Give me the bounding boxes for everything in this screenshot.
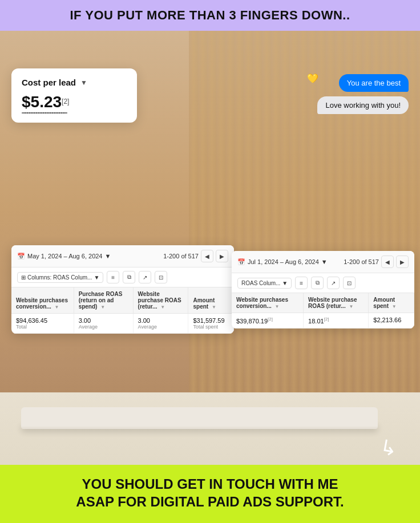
columns-icon: ⊞	[21, 274, 26, 281]
top-banner: IF YOU PUT MORE THAN 3 FINGERS DOWN..	[0, 0, 420, 31]
right-cell-2: 18.01[2]	[304, 313, 369, 329]
columns-button[interactable]: ⊞ Columns: ROAS Colum... ▼	[17, 272, 103, 283]
chevron-down-icon[interactable]: ▼	[80, 79, 87, 87]
left-data-table: Website purchases conversion... ▼ Purcha…	[11, 287, 234, 334]
left-cell-2: 3.00 Average	[74, 314, 133, 334]
left-col-header-2: Purchase ROAS (return on ad spend) ▼	[74, 287, 133, 314]
left-col-header-3: Website purchase ROAS (retur... ▼	[133, 287, 188, 314]
right-cell-1: $39,870.19[2]	[232, 313, 304, 329]
left-table-toolbar: 📅 May 1, 2024 – Aug 6, 2024 ▼ 1-200 of 5…	[11, 245, 234, 267]
table-row: $94,636.45 Total 3.00 Average 3.00 Avera…	[11, 314, 234, 334]
sort-icon-2: ▼	[100, 305, 105, 310]
right-next-button[interactable]: ▶	[396, 256, 409, 268]
right-cell-1-sup: [2]	[268, 317, 273, 322]
right-data-table: Website purchases conversion... ▼ Websit…	[232, 293, 414, 329]
right-table-row: $39,870.19[2] 18.01[2] $2,213.66	[232, 313, 414, 329]
chat-bubble-right: You are the best	[339, 74, 409, 92]
bottom-banner-text: YOU SHOULD GET IN TOUCH WITH ME ASAP FOR…	[11, 475, 409, 510]
right-cell-3: $2,213.66	[369, 313, 414, 329]
right-copy-btn[interactable]: ⧉	[311, 277, 324, 289]
cost-card-value-row: $5.23[2]	[22, 93, 127, 111]
calendar-icon: 📅	[17, 253, 25, 260]
right-sort-2: ▼	[349, 304, 353, 309]
cost-card-value: $5.23	[22, 93, 62, 111]
table-card-right: 📅 Jul 1, 2024 – Aug 6, 2024 ▼ 1-200 of 5…	[232, 251, 414, 329]
right-export-btn[interactable]: ↗	[327, 277, 340, 289]
bench	[21, 424, 378, 429]
export-button[interactable]: ↗	[139, 271, 151, 283]
cost-card-label: Cost per lead	[22, 78, 76, 87]
right-view-btn[interactable]: ⊡	[343, 277, 356, 289]
left-col-header-1: Website purchases conversion... ▼	[11, 287, 74, 314]
right-col-header-amount-spent: Amount spent ▼	[369, 293, 414, 313]
copy-button[interactable]: ⧉	[123, 271, 135, 283]
right-sort-3: ▼	[392, 304, 397, 309]
left-table-pagination: 1-200 of 517 ◀ ▶	[163, 250, 228, 262]
right-table-header-row: Website purchases conversion... ▼ Websit…	[232, 293, 414, 313]
cost-per-lead-card: Cost per lead ▼ $5.23[2]	[11, 68, 137, 123]
columns-chevron: ▼	[94, 274, 99, 281]
right-sort-1: ▼	[274, 304, 279, 309]
calendar-icon-right: 📅	[237, 258, 245, 266]
chat-area: You are the best Love working with you!	[317, 74, 409, 114]
left-table-header-row: Website purchases conversion... ▼ Purcha…	[11, 287, 234, 314]
cost-card-superscript: [2]	[62, 98, 69, 106]
left-cell-4: $31,597.59 Total spent	[188, 314, 234, 334]
sort-icon-4: ▼	[212, 305, 216, 310]
left-cell-1: $94,636.45 Total	[11, 314, 74, 334]
right-col-header-2: Website purchase ROAS (retur... ▼	[304, 293, 369, 313]
cost-card-header: Cost per lead ▼	[22, 78, 127, 87]
next-page-button[interactable]: ▶	[216, 250, 228, 262]
heart-emoji: 💛	[307, 73, 318, 84]
chevron-icon[interactable]: ▼	[105, 253, 111, 260]
right-table-date: 📅 Jul 1, 2024 – Aug 6, 2024 ▼	[237, 258, 328, 266]
chevron-icon-right[interactable]: ▼	[321, 258, 328, 265]
align-button[interactable]: ≡	[107, 271, 119, 283]
sort-icon-3: ▼	[160, 305, 165, 310]
bottom-banner: YOU SHOULD GET IN TOUCH WITH ME ASAP FOR…	[0, 465, 420, 523]
roas-columns-label: ROAS Colum...	[241, 280, 280, 286]
table-card-left: 📅 May 1, 2024 – Aug 6, 2024 ▼ 1-200 of 5…	[11, 245, 234, 334]
cost-card-underline	[22, 112, 67, 113]
chat-bubble-left: Love working with you!	[317, 96, 409, 114]
view-button[interactable]: ⊡	[155, 271, 167, 283]
right-prev-button[interactable]: ◀	[381, 256, 394, 268]
left-table-date: 📅 May 1, 2024 – Aug 6, 2024 ▼	[17, 253, 111, 260]
right-cell-2-sup: [2]	[324, 317, 329, 322]
top-banner-text: IF YOU PUT MORE THAN 3 FINGERS DOWN..	[9, 8, 411, 23]
right-table-subtoolbar: ROAS Colum... ▼ ≡ ⧉ ↗ ⊡	[232, 273, 414, 293]
left-col-header-4: Amount spent ▼	[188, 287, 234, 314]
sort-icon-1: ▼	[54, 305, 59, 310]
prev-page-button[interactable]: ◀	[201, 250, 213, 262]
left-table-subtoolbar: ⊞ Columns: ROAS Colum... ▼ ≡ ⧉ ↗ ⊡	[11, 267, 234, 287]
right-align-btn[interactable]: ≡	[295, 277, 308, 289]
right-table-pagination: 1-200 of 517 ◀ ▶	[344, 256, 409, 268]
left-cell-3: 3.00 Average	[133, 314, 188, 334]
right-columns-btn[interactable]: ROAS Colum... ▼	[237, 278, 292, 289]
right-col-header-1: Website purchases conversion... ▼	[232, 293, 304, 313]
roas-chevron: ▼	[282, 280, 288, 286]
right-table-toolbar: 📅 Jul 1, 2024 – Aug 6, 2024 ▼ 1-200 of 5…	[232, 251, 414, 273]
